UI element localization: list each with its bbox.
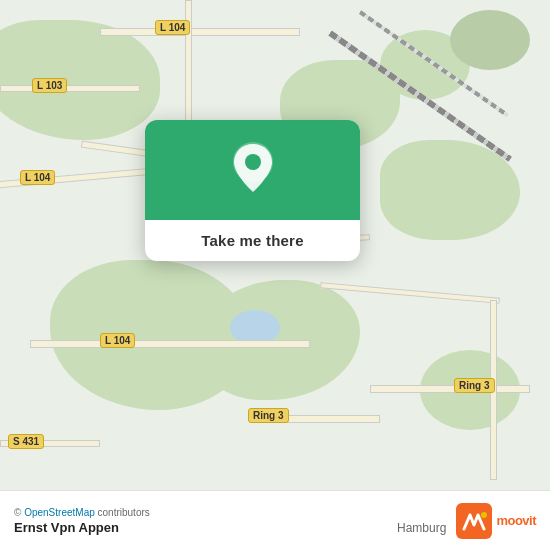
take-me-there-button[interactable]: Take me there [161,232,344,249]
copyright-text: © OpenStreetMap contributors [14,507,446,518]
road-label-ring3-bottom: Ring 3 [248,408,289,423]
road-label-l104-top: L 104 [155,20,190,35]
moovit-logo[interactable]: moovit [456,503,536,539]
openstreetmap-link[interactable]: OpenStreetMap [24,507,95,518]
location-name: Ernst Vpn Appen [14,520,391,535]
road-l104-top [100,28,300,36]
road-label-l104-left: L 104 [20,170,55,185]
road-l104-bottom [30,340,310,348]
svg-point-1 [245,154,261,170]
road-label-ring3-right: Ring 3 [454,378,495,393]
road-label-l104-bottom: L 104 [100,333,135,348]
road-label-s431: S 431 [8,434,44,449]
moovit-label: moovit [496,513,536,528]
popup-bottom: Take me there [145,220,360,261]
moovit-icon [456,503,492,539]
svg-point-3 [481,512,487,518]
green-area [450,10,530,70]
road-l103 [0,85,140,92]
location-pin-icon [228,140,278,200]
road-label-l103: L 103 [32,78,67,93]
location-city: Hamburg [397,521,446,535]
popup-green-header [145,120,360,220]
bottom-bar: © OpenStreetMap contributors Ernst Vpn A… [0,490,550,550]
bottom-left-info: © OpenStreetMap contributors Ernst Vpn A… [14,507,446,535]
popup-card: Take me there [145,120,360,261]
road-ring3-right [370,385,530,393]
map-container: L 104 L 103 L 104 L 104 Ring 3 Ring 3 S … [0,0,550,490]
